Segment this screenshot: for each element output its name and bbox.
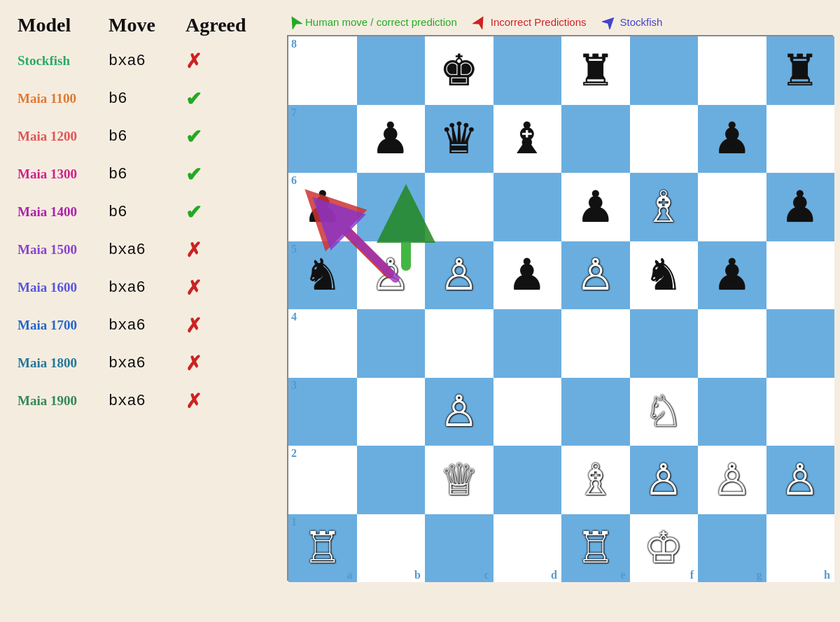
board-square: 4: [288, 309, 357, 378]
rank-label: 8: [291, 38, 297, 50]
model-name: Maia 1100: [18, 91, 108, 106]
chess-piece: ♙: [713, 458, 752, 502]
stockfish-label: Stockfish: [620, 16, 663, 28]
cross-icon: ✗: [186, 276, 202, 299]
board-square: [561, 105, 630, 174]
chess-piece: ♙: [780, 458, 820, 502]
board-square: 1a♖: [288, 514, 357, 583]
board-square: ♜: [561, 36, 630, 105]
table-row: Stockfishbxa6✗: [14, 42, 273, 80]
model-move: b6: [108, 128, 186, 146]
board-square: [698, 173, 766, 241]
chess-piece: ♘: [644, 390, 683, 433]
board-square: [561, 378, 630, 446]
board-square: [766, 378, 835, 446]
table-row: Maia 1500bxa6✗: [14, 231, 273, 269]
model-name: Maia 1400: [18, 204, 108, 220]
board-square: ♟: [357, 105, 426, 174]
chess-piece: ♙: [576, 253, 615, 297]
incorrect-label: Incorrect Predictions: [491, 16, 587, 28]
file-label: e: [620, 570, 625, 581]
model-move: bxa6: [108, 52, 186, 70]
human-move-label: Human move / correct prediction: [305, 16, 457, 28]
board-square: [561, 309, 630, 378]
board-square: [425, 173, 493, 241]
board-square: [766, 309, 835, 378]
board-square: ♜: [766, 36, 835, 105]
table-row: Maia 1100b6✔: [14, 80, 273, 118]
chess-piece: ♕: [440, 458, 479, 502]
svg-marker-1: [472, 14, 488, 29]
board-square: f♔: [630, 514, 699, 583]
board-square: ♙: [357, 241, 426, 310]
table-row: Maia 1300b6✔: [14, 155, 273, 193]
board-square: ♟: [698, 241, 766, 310]
cross-icon: ✗: [186, 50, 202, 73]
model-name: Maia 1200: [18, 129, 108, 144]
board-square: [357, 309, 426, 378]
chess-piece: ♚: [440, 49, 479, 92]
board-square: [493, 446, 562, 514]
checkmark-icon: ✔: [186, 125, 202, 148]
board-square: ♛: [425, 105, 493, 174]
chess-piece: ♗: [576, 458, 615, 502]
chess-piece: ♛: [440, 117, 479, 160]
chess-piece: ♙: [440, 390, 479, 433]
incorrect-legend: Incorrect Predictions: [472, 14, 587, 29]
board-square: ♟: [698, 105, 766, 174]
model-name: Maia 1500: [18, 242, 108, 257]
board-square: 2: [288, 446, 357, 514]
chess-piece: ♟: [576, 185, 615, 229]
table-row: Maia 1400b6✔: [14, 193, 273, 231]
human-move-legend: Human move / correct prediction: [287, 14, 457, 29]
chess-piece: ♙: [440, 253, 479, 297]
checkmark-icon: ✔: [186, 87, 202, 111]
left-panel: Model Move Agreed Stockfishbxa6✗Maia 110…: [14, 14, 273, 608]
board-square: d: [493, 514, 562, 583]
chess-board: 8♚♜♜7♟♛♝♟6♟♟♗♟5♞♙♙♟♙♞♟43♙♘2♕♗♙♙♙1a♖bcde♖…: [287, 35, 833, 581]
board-square: e♖: [561, 514, 630, 583]
chess-piece: ♟: [780, 185, 820, 229]
board-square: [493, 36, 562, 105]
col-header-move: Move: [108, 14, 186, 36]
model-move: bxa6: [108, 279, 186, 297]
stockfish-legend: Stockfish: [602, 14, 663, 29]
board-square: ♕: [425, 446, 493, 514]
model-name: Maia 1900: [18, 393, 108, 409]
chess-piece: ♟: [371, 117, 410, 160]
rank-label: 2: [291, 448, 297, 459]
board-square: ♙: [698, 446, 766, 514]
board-square: ♗: [630, 173, 699, 241]
board-square: c: [425, 514, 493, 583]
board-square: [630, 105, 699, 174]
model-agreed: ✗: [186, 390, 248, 413]
model-agreed: ✗: [186, 352, 248, 375]
file-label: f: [690, 570, 694, 581]
board-square: [630, 309, 699, 378]
chess-piece: ♖: [576, 526, 615, 570]
model-name: Stockfish: [18, 53, 108, 69]
blue-arrow-icon: [602, 14, 617, 29]
chess-piece: ♝: [507, 117, 547, 160]
column-headers: Model Move Agreed: [14, 14, 273, 36]
chess-piece: ♔: [644, 526, 683, 570]
svg-marker-2: [602, 14, 617, 29]
file-label: c: [484, 570, 489, 581]
cross-icon: ✗: [186, 314, 202, 337]
model-agreed: ✔: [186, 163, 248, 186]
cross-icon: ✗: [186, 239, 202, 262]
chess-piece: ♟: [713, 253, 752, 297]
chess-piece: ♜: [576, 49, 615, 92]
file-label: h: [824, 570, 830, 581]
board-square: [493, 173, 562, 241]
board-square: ♙: [561, 241, 630, 310]
board-square: ♘: [630, 378, 699, 446]
chess-piece: ♟: [713, 117, 752, 160]
board-square: 5♞: [288, 241, 357, 310]
board-square: [698, 36, 766, 105]
chess-piece: ♟: [303, 185, 342, 229]
rank-label: 6: [291, 175, 297, 186]
board-square: [698, 309, 766, 378]
model-name: Maia 1600: [18, 280, 108, 295]
board-square: [357, 36, 426, 105]
